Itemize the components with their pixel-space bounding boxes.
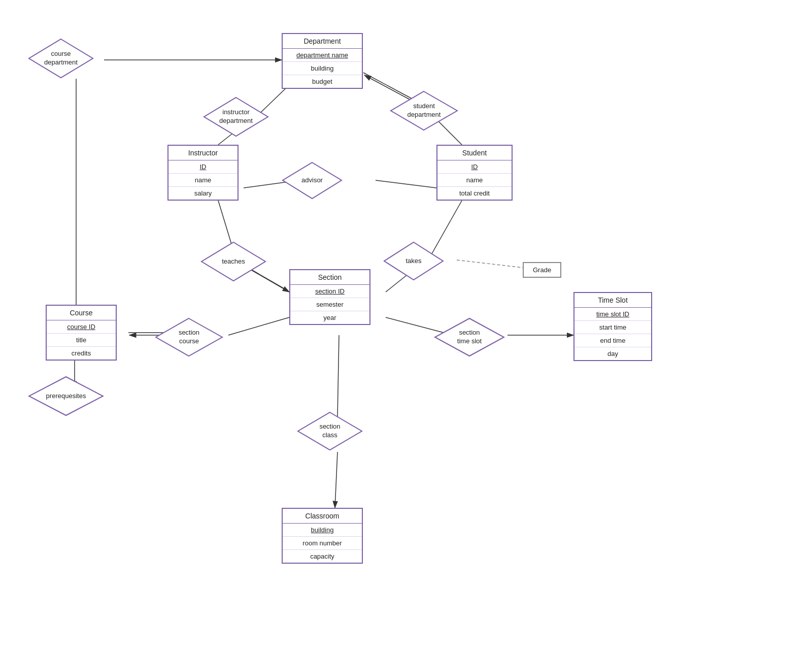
classroom-attr-room: room number bbox=[283, 537, 362, 550]
department-entity: Department department name building budg… bbox=[282, 33, 363, 89]
classroom-entity: Classroom building room number capacity bbox=[282, 508, 363, 564]
grade-box: Grade bbox=[523, 262, 561, 278]
er-diagram: Department department name building budg… bbox=[0, 0, 812, 650]
course-attr-credits: credits bbox=[47, 347, 116, 360]
student-attr-credit: total credit bbox=[437, 187, 512, 200]
dept-attr-budget: budget bbox=[283, 75, 362, 88]
inst-attr-name: name bbox=[168, 174, 238, 187]
course-attr-title: title bbox=[47, 334, 116, 347]
classroom-attr-building: building bbox=[283, 524, 362, 537]
student-attr-name: name bbox=[437, 174, 512, 187]
student-title: Student bbox=[437, 146, 512, 160]
timeslot-entity: Time Slot time slot ID start time end ti… bbox=[573, 292, 652, 361]
timeslot-attr-start: start time bbox=[574, 321, 651, 334]
student-dept-label: studentdepartment bbox=[408, 102, 441, 119]
advisor-diamond: advisor bbox=[282, 161, 343, 200]
prereq-label: prerequesites bbox=[46, 392, 86, 401]
section-timeslot-diamond: sectiontime slot bbox=[434, 317, 505, 357]
prereq-diamond: prerequesites bbox=[28, 376, 104, 416]
section-timeslot-label: sectiontime slot bbox=[457, 329, 482, 346]
course-dept-label: coursedepartment bbox=[44, 50, 78, 67]
takes-label: takes bbox=[405, 257, 421, 266]
course-department-diamond: coursedepartment bbox=[28, 38, 94, 79]
inst-attr-salary: salary bbox=[168, 187, 238, 200]
teaches-label: teaches bbox=[222, 257, 245, 266]
instructor-title: Instructor bbox=[168, 146, 238, 160]
grade-label: Grade bbox=[533, 266, 551, 274]
svg-line-12 bbox=[457, 260, 523, 268]
inst-attr-id: ID bbox=[168, 160, 238, 174]
instructor-department-diamond: instructordepartment bbox=[203, 96, 269, 137]
section-class-label: sectionclass bbox=[319, 422, 340, 440]
section-attr-id: section ID bbox=[290, 285, 369, 298]
classroom-title: Classroom bbox=[283, 509, 362, 524]
section-course-label: sectioncourse bbox=[179, 329, 199, 346]
section-course-diamond: sectioncourse bbox=[155, 317, 223, 357]
course-attr-id: course ID bbox=[47, 320, 116, 334]
timeslot-attr-id: time slot ID bbox=[574, 308, 651, 321]
dept-attr-building: building bbox=[283, 62, 362, 75]
section-entity: Section section ID semester year bbox=[289, 269, 370, 325]
advisor-label: advisor bbox=[301, 176, 323, 185]
teaches-diamond: teaches bbox=[200, 241, 266, 282]
svg-line-23 bbox=[376, 180, 436, 188]
section-attr-year: year bbox=[290, 311, 369, 324]
section-title: Section bbox=[290, 270, 369, 285]
course-entity: Course course ID title credits bbox=[46, 305, 117, 361]
student-attr-id: ID bbox=[437, 160, 512, 174]
timeslot-attr-day: day bbox=[574, 347, 651, 360]
svg-line-19 bbox=[335, 452, 337, 508]
dept-attr-name: department name bbox=[283, 49, 362, 62]
course-title: Course bbox=[47, 306, 116, 320]
student-department-diamond: studentdepartment bbox=[390, 90, 458, 131]
takes-diamond: takes bbox=[383, 241, 444, 281]
timeslot-title: Time Slot bbox=[574, 293, 651, 308]
student-entity: Student ID name total credit bbox=[436, 145, 513, 201]
instructor-entity: Instructor ID name salary bbox=[167, 145, 239, 201]
svg-line-13 bbox=[228, 317, 289, 335]
classroom-attr-capacity: capacity bbox=[283, 550, 362, 563]
inst-dept-label: instructordepartment bbox=[219, 108, 253, 125]
department-title: Department bbox=[283, 34, 362, 49]
section-attr-semester: semester bbox=[290, 298, 369, 311]
timeslot-attr-end: end time bbox=[574, 334, 651, 347]
section-class-diamond: sectionclass bbox=[297, 411, 363, 451]
svg-line-18 bbox=[337, 335, 339, 416]
